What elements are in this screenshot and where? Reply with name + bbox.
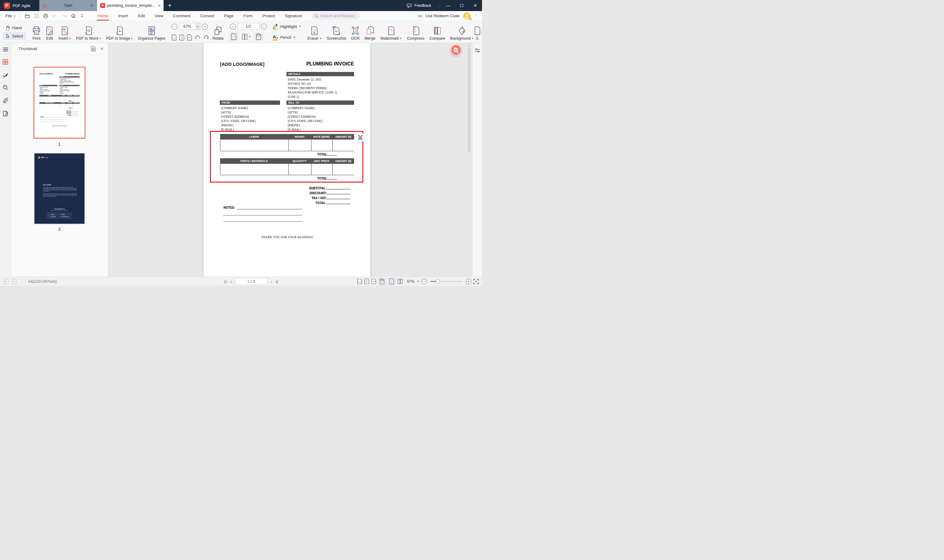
fit-page-icon[interactable] — [364, 278, 369, 284]
menu-tab-protect[interactable]: Protect — [258, 11, 280, 20]
rotate-button[interactable]: Rotate — [210, 21, 226, 43]
page-1-thumbnail[interactable]: [ADD LOGO/IMAGE] PLUMBING INVOICE DETAIL… — [34, 67, 85, 138]
panel-menu-icon[interactable] — [3, 47, 8, 52]
maximize-button[interactable] — [455, 3, 469, 8]
vertical-scrollbar[interactable]: ▲ — [467, 44, 470, 275]
menu-tab-comment[interactable]: Comment — [168, 11, 195, 20]
next-view-icon[interactable] — [12, 278, 17, 284]
pencil-button[interactable]: Aa Pencil ▼ — [272, 34, 301, 41]
home-quick-icon[interactable] — [71, 13, 76, 18]
single-page-view-icon[interactable] — [230, 32, 238, 41]
compress-button[interactable]: Compress — [404, 21, 427, 43]
pdf-to-word-button[interactable]: W PDF to Word▼ — [74, 21, 104, 43]
edit-button[interactable]: Edit — [43, 21, 56, 43]
menu-tab-convert[interactable]: Convert — [195, 11, 219, 20]
zoom-slider-knob[interactable] — [436, 279, 440, 284]
single-page-view-icon[interactable] — [388, 278, 395, 285]
merge-button[interactable]: Merge — [362, 21, 378, 43]
search-panel-icon[interactable] — [3, 85, 8, 90]
page-2-thumbnail[interactable]: P PDF Agile DISCLAIMER The templates and… — [34, 153, 85, 224]
zoom-dropdown-icon[interactable]: ▼ — [417, 280, 419, 283]
tab-document-close-icon[interactable]: ✕ — [157, 3, 162, 8]
scrollbar-thumb[interactable] — [467, 48, 470, 152]
new-tab-button[interactable]: + — [163, 0, 176, 11]
scroll-up-icon[interactable]: ▲ — [467, 44, 470, 47]
select-tool-button[interactable]: Select — [3, 32, 26, 39]
first-page-button[interactable]: |‹ — [224, 279, 227, 284]
menu-tab-signature[interactable]: Signature — [280, 11, 307, 20]
hand-tool-button[interactable]: Hand — [3, 24, 26, 31]
background-button[interactable]: Background▼ — [447, 21, 476, 43]
zoom-in-button[interactable]: + — [466, 279, 471, 284]
fit-width-icon[interactable] — [187, 34, 192, 41]
zoom-dropdown-icon[interactable]: ▼ — [195, 23, 200, 29]
ocr-button[interactable]: OCR — [349, 21, 362, 43]
document-area[interactable]: [ADD LOGO/IMAGE] PLUMBING INVOICE DETAIL… — [108, 43, 472, 277]
selection-rectangle[interactable] — [210, 131, 363, 183]
menu-file[interactable]: File ▾ — [3, 14, 17, 18]
two-page-view-button[interactable]: ▼ — [241, 34, 251, 40]
menu-tab-home[interactable]: Home — [92, 11, 113, 20]
toolbar-overflow-chevron-icon[interactable]: › — [480, 30, 482, 34]
close-button[interactable]: ✕ — [469, 3, 482, 8]
attachment-panel-icon[interactable] — [3, 98, 8, 103]
search-input[interactable] — [320, 14, 357, 18]
thumbnail-panel-close-icon[interactable]: ✕ — [100, 46, 104, 51]
avatar[interactable] — [463, 12, 470, 20]
page-number-box[interactable]: 1/2 — [237, 23, 260, 30]
page-indicator-box[interactable]: 1 / 2 — [235, 278, 267, 285]
continuous-scroll-view-icon[interactable] — [378, 278, 386, 285]
actual-size-icon[interactable]: 1:1 — [172, 34, 177, 41]
two-page-view-icon[interactable] — [397, 278, 403, 284]
menu-tab-form[interactable]: Form — [238, 11, 257, 20]
organize-pages-button[interactable]: Organize Pages — [135, 21, 168, 43]
signature-panel-icon[interactable] — [3, 72, 9, 77]
tab-start-close-icon[interactable]: ✕ — [89, 3, 94, 8]
open-file-icon[interactable] — [25, 14, 30, 18]
pdf-page[interactable]: [ADD LOGO/IMAGE] PLUMBING INVOICE DETAIL… — [203, 43, 371, 277]
redo-icon[interactable] — [61, 14, 67, 18]
rotate-left-icon[interactable] — [195, 34, 201, 41]
fit-width-icon[interactable] — [371, 278, 376, 284]
next-page-button[interactable]: › — [271, 279, 272, 284]
save-icon[interactable] — [34, 14, 39, 18]
insert-button[interactable]: Insert▼ — [56, 21, 74, 43]
actual-size-icon[interactable]: 1:1 — [357, 278, 362, 284]
quick-convert-word-button[interactable]: W — [450, 44, 462, 55]
next-page-button[interactable]: › — [261, 24, 267, 29]
zoom-in-button[interactable]: + — [202, 24, 208, 29]
fit-page-icon[interactable] — [179, 34, 184, 41]
pdf-to-image-button[interactable]: PDF to Image▼ — [104, 21, 135, 43]
compare-button[interactable]: Compare — [427, 21, 447, 43]
undo-icon[interactable] — [52, 14, 57, 18]
menu-tab-insert[interactable]: Insert — [113, 11, 133, 20]
zoom-out-button[interactable]: − — [172, 24, 177, 29]
thumbnail-panel-icon[interactable] — [3, 59, 8, 65]
collapse-toolbar-icon[interactable]: ⌃ — [474, 14, 477, 18]
previous-page-button[interactable]: ‹ — [230, 279, 232, 284]
screenshot-button[interactable]: Screenshot — [324, 21, 349, 43]
zoom-level-label[interactable]: 67% — [407, 279, 415, 284]
rotate-right-icon[interactable] — [203, 34, 209, 41]
prev-view-icon[interactable] — [4, 278, 9, 284]
menu-tab-page[interactable]: Page — [219, 11, 238, 20]
properties-sliders-icon[interactable] — [475, 48, 480, 277]
tab-document[interactable]: P plumbing_invoice_templat... ✕ — [97, 0, 163, 11]
thumbnail-options-icon[interactable] — [91, 46, 96, 52]
redeem-code-button[interactable]: Use Redeem Code — [417, 14, 460, 18]
previous-page-button[interactable]: ‹ — [230, 24, 236, 29]
customize-toolbar-icon[interactable] — [80, 14, 84, 18]
zoom-out-button[interactable]: − — [421, 279, 427, 284]
fullscreen-icon[interactable] — [474, 279, 479, 284]
search-box[interactable] — [311, 12, 360, 20]
print-button[interactable]: Print — [30, 21, 43, 43]
recent-pages-panel-icon[interactable] — [3, 111, 8, 117]
watermark-button[interactable]: Watermark▼ — [378, 21, 404, 43]
print-quick-icon[interactable] — [43, 14, 48, 18]
overflow-tool-button[interactable]: S — [476, 21, 480, 43]
menu-tab-view[interactable]: View — [150, 11, 168, 20]
highlight-button[interactable]: Hightlight ▼ — [272, 23, 301, 30]
tab-start[interactable]: Start ✕ — [39, 0, 97, 11]
feedback-button[interactable]: Feedback — [402, 3, 436, 8]
continuous-scroll-view-icon[interactable] — [255, 32, 263, 41]
